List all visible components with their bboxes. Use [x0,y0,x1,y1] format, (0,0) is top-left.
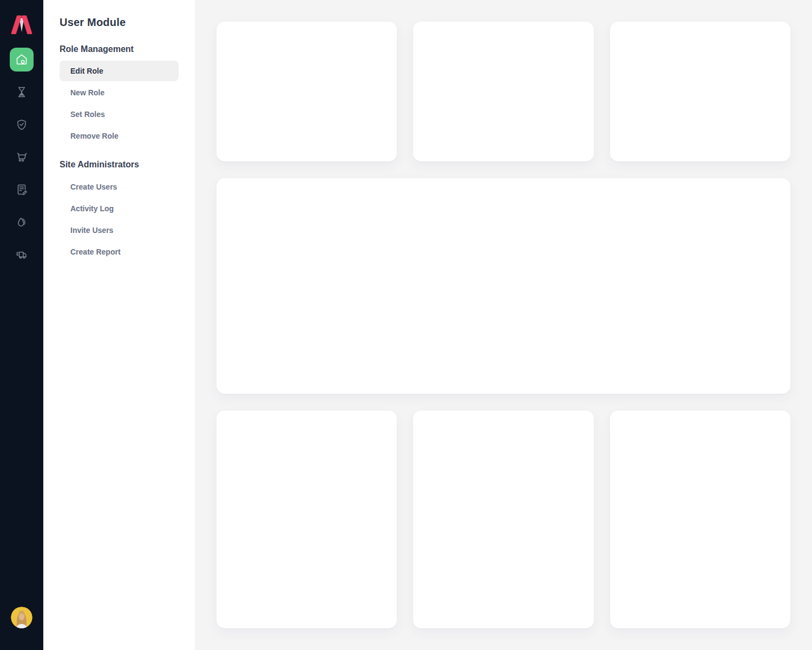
rail-item-cart[interactable] [10,145,34,169]
sidebar-item-remove-role[interactable]: Remove Role [60,125,179,147]
rail-item-home[interactable] [10,48,34,72]
shopping-cart-icon [15,151,28,164]
rail-item-shield[interactable] [10,113,34,136]
section-heading: Role Management [60,44,179,54]
rail-item-truck[interactable] [10,243,34,266]
placeholder-card [217,22,397,161]
sidebar: User Module Role Management Edit Role Ne… [43,0,195,650]
sidebar-item-set-roles[interactable]: Set Roles [60,103,179,125]
top-card-row [217,22,790,161]
shield-check-icon [15,118,28,131]
sidebar-item-create-users[interactable]: Create Users [60,176,179,198]
sidebar-item-invite-users[interactable]: Invite Users [60,219,179,241]
page-title: User Module [60,16,179,29]
brand-logo[interactable] [10,14,34,35]
icon-rail [0,0,43,650]
placeholder-card-wide [217,178,790,394]
brand-logo-m-icon [10,14,34,35]
placeholder-card [610,22,790,161]
placeholder-card [413,22,593,161]
rail-item-document[interactable] [10,178,34,202]
delivery-truck-icon [15,248,28,261]
sidebar-item-create-report[interactable]: Create Report [60,241,179,263]
water-drops-icon [15,216,28,229]
section-site-administrators: Site Administrators Create Users Activit… [43,160,195,263]
document-edit-icon [15,183,28,196]
placeholder-card [413,411,593,628]
home-icon [15,53,28,66]
placeholder-card [610,411,790,628]
rail-nav [10,48,34,266]
rail-item-hourglass[interactable] [10,80,34,104]
rail-item-drops[interactable] [10,210,34,234]
bottom-card-row [217,411,790,628]
sidebar-item-activity-log[interactable]: Activity Log [60,198,179,219]
user-avatar[interactable] [11,607,32,628]
section-heading: Site Administrators [60,160,179,170]
placeholder-card [217,411,397,628]
user-avatar-photo-icon [11,607,32,628]
hourglass-icon [15,86,28,99]
sidebar-item-edit-role[interactable]: Edit Role [60,61,179,81]
section-role-management: Role Management Edit Role New Role Set R… [43,44,195,147]
main-content [195,0,812,650]
sidebar-item-new-role[interactable]: New Role [60,82,179,103]
